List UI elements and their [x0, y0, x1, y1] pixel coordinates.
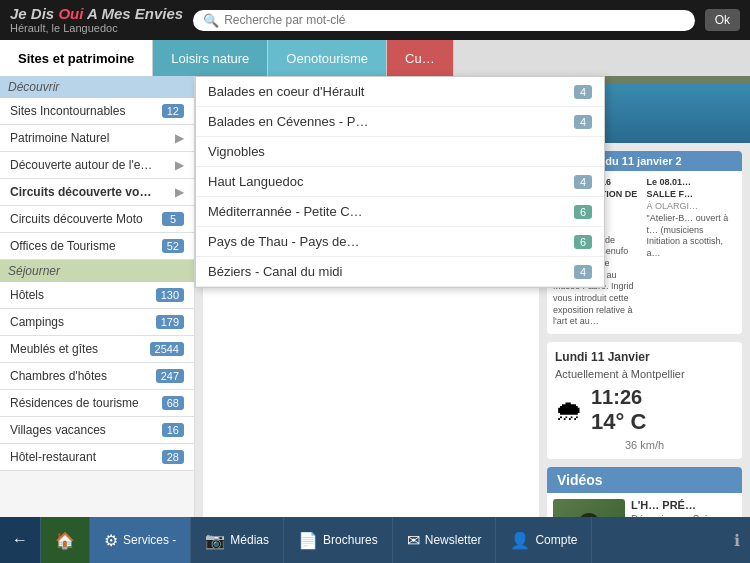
dropdown-item-badge: 6 [574, 205, 592, 219]
sidebar-item-sites-incontournables[interactable]: Sites Incontournables 12 [0, 98, 194, 125]
sidebar-badge: 16 [162, 423, 184, 437]
chevron-right-icon: ▶ [175, 131, 184, 145]
nav-tabs: Sites et patrimoine Loisirs nature Oenot… [0, 40, 750, 76]
weather-time: 11:26 [591, 386, 646, 409]
tab-cut[interactable]: Cu… [387, 40, 454, 76]
weather-temp: 14° C [591, 409, 646, 434]
agenda-location-2: À OLARGI… [647, 201, 737, 211]
dropdown-item-5[interactable]: Pays de Thau - Pays de… 6 [196, 227, 604, 257]
sidebar-item-hotel-restaurant[interactable]: Hôtel-restaurant 28 [0, 444, 194, 471]
services-label: Services - [123, 533, 176, 547]
sidebar-item-decouverte[interactable]: Découverte autour de l'e… ▶ [0, 152, 194, 179]
sidebar-item-patrimoine[interactable]: Patrimoine Naturel ▶ [0, 125, 194, 152]
dropdown-item-0[interactable]: Balades en coeur d'Hérault 4 [196, 77, 604, 107]
sidebar-section-sejourner: Séjourner [0, 260, 194, 282]
sidebar-item-label: Campings [10, 315, 156, 329]
sidebar-badge: 28 [162, 450, 184, 464]
search-bar: 🔍 [193, 10, 695, 31]
search-input[interactable] [224, 13, 685, 27]
search-icon: 🔍 [203, 13, 219, 28]
dropdown-item-label: Vignobles [208, 144, 592, 159]
sidebar-badge: 52 [162, 239, 184, 253]
tab-loisirs[interactable]: Loisirs nature [153, 40, 268, 76]
sidebar-item-residences[interactable]: Résidences de tourisme 68 [0, 390, 194, 417]
dropdown-item-4[interactable]: Méditerrannée - Petite C… 6 [196, 197, 604, 227]
sidebar: Découvrir Sites Incontournables 12 Patri… [0, 76, 195, 563]
logo-subtitle: Hérault, le Languedoc [10, 22, 183, 34]
brochures-label: Brochures [323, 533, 378, 547]
dropdown-item-3[interactable]: Haut Languedoc 4 [196, 167, 604, 197]
sidebar-item-label: Villages vacances [10, 423, 162, 437]
dropdown-item-6[interactable]: Béziers - Canal du midi 4 [196, 257, 604, 287]
sidebar-section-decouvrir: Découvrir [0, 76, 194, 98]
sidebar-item-circuits-moto[interactable]: Circuits découverte Moto 5 [0, 206, 194, 233]
home-button[interactable]: 🏠 [41, 517, 90, 563]
bottom-bar: ← 🏠 ⚙ Services - 📷 Médias 📄 Brochures ✉ … [0, 517, 750, 563]
back-button[interactable]: ← [0, 517, 41, 563]
services-button[interactable]: ⚙ Services - [90, 517, 191, 563]
back-icon: ← [12, 531, 28, 549]
newsletter-button[interactable]: ✉ Newsletter [393, 517, 497, 563]
sidebar-badge: 5 [162, 212, 184, 226]
compte-icon: 👤 [510, 531, 530, 550]
dropdown-item-2[interactable]: Vignobles [196, 137, 604, 167]
weather-panel: Lundi 11 Janvier Actuellement à Montpell… [547, 342, 742, 459]
medias-button[interactable]: 📷 Médias [191, 517, 284, 563]
header: Je Dis Oui A Mes Envies Hérault, le Lang… [0, 0, 750, 40]
dropdown-item-label: Béziers - Canal du midi [208, 264, 574, 279]
logo-title: Je Dis Oui A Mes Envies [10, 6, 183, 23]
compte-button[interactable]: 👤 Compte [496, 517, 592, 563]
services-icon: ⚙ [104, 531, 118, 550]
sidebar-item-campings[interactable]: Campings 179 [0, 309, 194, 336]
chevron-right-icon: ▶ [175, 158, 184, 172]
sidebar-item-offices[interactable]: Offices de Tourisme 52 [0, 233, 194, 260]
sidebar-badge: 179 [156, 315, 184, 329]
weather-icon: 🌧 [555, 394, 583, 427]
dropdown-item-1[interactable]: Balades en Cévennes - P… 4 [196, 107, 604, 137]
ok-button[interactable]: Ok [705, 9, 740, 31]
weather-location: Actuellement à Montpellier [555, 368, 734, 380]
sidebar-item-label: Résidences de tourisme [10, 396, 162, 410]
newsletter-icon: ✉ [407, 531, 420, 550]
compte-label: Compte [535, 533, 577, 547]
dropdown-menu: Balades en coeur d'Hérault 4 Balades en … [195, 76, 605, 288]
sidebar-item-circuits-velo[interactable]: Circuits découverte vo… ▶ [0, 179, 194, 206]
brochures-button[interactable]: 📄 Brochures [284, 517, 393, 563]
sidebar-badge: 12 [162, 104, 184, 118]
dropdown-item-badge: 4 [574, 115, 592, 129]
sidebar-item-meubles[interactable]: Meublés et gîtes 2544 [0, 336, 194, 363]
medias-label: Médias [230, 533, 269, 547]
sidebar-item-label: Hôtel-restaurant [10, 450, 162, 464]
dropdown-item-label: Méditerrannée - Petite C… [208, 204, 574, 219]
sidebar-badge: 68 [162, 396, 184, 410]
sidebar-item-label: Patrimoine Naturel [10, 131, 171, 145]
sidebar-item-label: Découverte autour de l'e… [10, 158, 171, 172]
info-button[interactable]: ℹ [724, 517, 750, 563]
logo-area: Je Dis Oui A Mes Envies Hérault, le Lang… [10, 6, 183, 35]
weather-wind: 36 km/h [555, 439, 734, 451]
sidebar-item-villages[interactable]: Villages vacances 16 [0, 417, 194, 444]
newsletter-label: Newsletter [425, 533, 482, 547]
video-title: L'H… PRÉ… [631, 499, 736, 511]
weather-main: 🌧 11:26 14° C [555, 386, 734, 435]
agenda-col-2: Le 08.01… SALLE F… À OLARGI… "Atelier-B…… [647, 177, 737, 328]
agenda-event-title-2: SALLE F… [647, 189, 737, 199]
dropdown-item-label: Balades en coeur d'Hérault [208, 84, 574, 99]
tab-sites[interactable]: Sites et patrimoine [0, 40, 153, 76]
tab-oenotourisme[interactable]: Oenotourisme [268, 40, 387, 76]
weather-info: 11:26 14° C [591, 386, 646, 435]
dropdown-item-label: Haut Languedoc [208, 174, 574, 189]
medias-icon: 📷 [205, 531, 225, 550]
chevron-right-icon: ▶ [175, 185, 184, 199]
sidebar-item-label: Circuits découverte Moto [10, 212, 162, 226]
agenda-date-2: Le 08.01… [647, 177, 737, 187]
sidebar-badge: 247 [156, 369, 184, 383]
sidebar-item-label: Hôtels [10, 288, 156, 302]
weather-day: Lundi 11 Janvier [555, 350, 734, 364]
sidebar-item-chambres[interactable]: Chambres d'hôtes 247 [0, 363, 194, 390]
dropdown-item-badge: 6 [574, 235, 592, 249]
sidebar-item-hotels[interactable]: Hôtels 130 [0, 282, 194, 309]
sidebar-item-label: Circuits découverte vo… [10, 185, 171, 199]
sidebar-item-label: Meublés et gîtes [10, 342, 150, 356]
agenda-text-2: "Atelier-B… ouvert à t… (musiciens Initi… [647, 213, 737, 260]
